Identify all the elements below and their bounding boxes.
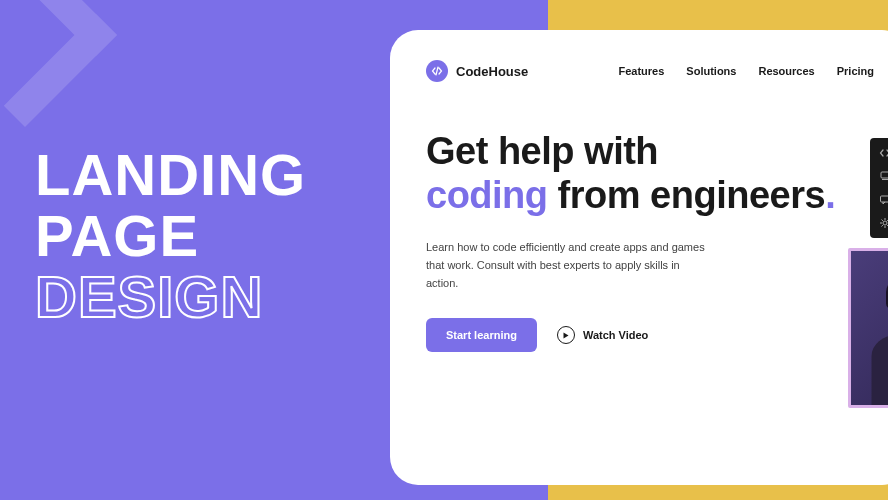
background-chevron-decoration bbox=[0, 0, 140, 150]
svg-rect-2 bbox=[881, 196, 889, 202]
code-editor-sidebar bbox=[870, 138, 888, 238]
watch-video-label: Watch Video bbox=[583, 329, 648, 341]
nav-links: Features Solutions Resources Pricing bbox=[618, 65, 874, 77]
code-slash-icon bbox=[426, 60, 448, 82]
code-editor-preview: expo da bbox=[870, 138, 888, 238]
hero-heading: Get help with coding from engineers. bbox=[426, 130, 874, 217]
person-portrait bbox=[848, 248, 888, 408]
nav-link-pricing[interactable]: Pricing bbox=[837, 65, 874, 77]
svg-point-3 bbox=[883, 221, 887, 225]
promo-title-line1: LANDING bbox=[35, 145, 306, 206]
svg-rect-0 bbox=[881, 172, 888, 178]
brand-name: CodeHouse bbox=[456, 64, 528, 79]
hero-text-accent: coding bbox=[426, 174, 548, 216]
watch-video-button[interactable]: Watch Video bbox=[557, 326, 648, 344]
svg-rect-1 bbox=[882, 179, 888, 180]
portrait-figure bbox=[864, 265, 888, 405]
gear-icon bbox=[878, 217, 888, 231]
hero-text-dot: . bbox=[825, 174, 835, 216]
cta-row: Start learning Watch Video bbox=[426, 318, 874, 352]
hero-text-part1: Get help with bbox=[426, 130, 658, 172]
promo-title: LANDING PAGE DESIGN bbox=[35, 145, 306, 328]
promo-title-line2: PAGE bbox=[35, 206, 306, 267]
landing-card: CodeHouse Features Solutions Resources P… bbox=[390, 30, 888, 485]
hero-subtitle: Learn how to code efficiently and create… bbox=[426, 239, 706, 292]
nav-link-features[interactable]: Features bbox=[618, 65, 664, 77]
layers-icon bbox=[878, 170, 888, 184]
play-icon bbox=[557, 326, 575, 344]
chat-icon bbox=[878, 193, 888, 207]
top-nav: CodeHouse Features Solutions Resources P… bbox=[426, 60, 874, 82]
brand-logo[interactable]: CodeHouse bbox=[426, 60, 528, 82]
code-icon bbox=[878, 146, 888, 160]
nav-link-solutions[interactable]: Solutions bbox=[686, 65, 736, 77]
nav-link-resources[interactable]: Resources bbox=[758, 65, 814, 77]
start-learning-button[interactable]: Start learning bbox=[426, 318, 537, 352]
hero-text-part2: from engineers bbox=[548, 174, 826, 216]
promo-title-line3: DESIGN bbox=[35, 267, 306, 328]
